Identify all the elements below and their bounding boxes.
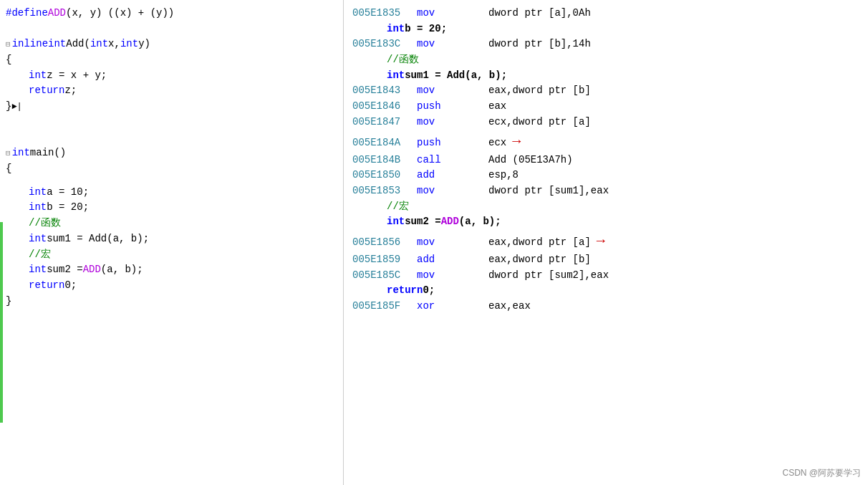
kw-int-rb: int [387,21,405,37]
cursor-arrow: ►| [11,100,21,114]
param-y: y) [138,37,150,52]
addr-184A: 005E184A [352,135,417,151]
kw-return: return [29,83,64,99]
addr-1856: 005E1856 [352,235,417,251]
line-int-z: int z = x + y; [0,68,343,84]
addr-1835: 005E1835 [352,6,417,21]
asm-row-1850: 005E1850 add esp,8 [344,168,868,183]
asm-row-1853: 005E1853 mov dword ptr [sum1],eax [344,183,868,199]
kw-return-right: return [387,283,423,299]
brace-close-main-text: } [6,294,11,309]
brace-close-text: } [6,99,11,115]
line-sum1: int sum1 = Add(a, b); [0,231,343,247]
op-1850: esp,8 [488,168,519,183]
code-sum1-text: sum1 = Add(a, b); [405,68,507,84]
line-int-a: int a = 10; [0,185,343,201]
code-sum2-eq: sum2 = [405,214,440,230]
addr-1859: 005E1859 [352,252,417,268]
addr-1847: 005E1847 [352,115,417,130]
mn-call-184B: call [417,153,488,168]
op-185C: dword ptr [sum2],eax [488,268,609,284]
kw-int-y: int [120,37,138,52]
asm-row-184A: 005E184A push ecx → [344,130,868,153]
sum1-eq: sum1 = Add(a, b); [47,231,149,247]
var-a-val: a = 10; [47,185,89,201]
line-int-b: int b = 20; [0,200,343,216]
kw-return-main: return [29,278,64,294]
code-return-0-text: 0; [423,283,435,299]
return-0-val: 0; [64,278,77,294]
main-func: main() [30,145,66,161]
kw-int-b: int [29,200,47,216]
kw-int-rsum2: int [387,214,405,230]
mn-mov-1847: mov [417,115,488,130]
left-panel: #define ADD(x, y) ((x) + (y)) ⊟ inline i… [0,0,344,485]
blank-line-3 [0,130,343,146]
asm-row-1846: 005E1846 push eax [344,99,868,115]
op-1847: ecx,dword ptr [a] [488,115,591,130]
right-panel: 005E1835 mov dword ptr [a],0Ah int b = 2… [344,0,868,485]
func-add-name: Add( [66,37,90,52]
op-184A: ecx [488,135,506,151]
brace-open-main: { [0,161,343,177]
macro-ADD-call: ADD [83,262,101,278]
kw-int-x: int [90,37,108,52]
brace-close-add: } ►| [0,99,343,115]
green-bar [0,222,3,423]
asm-row-1835: 005E1835 mov dword ptr [a],0Ah [344,6,868,21]
asm-row-185F: 005E185F xor eax,eax [344,299,868,314]
addr-185C: 005E185C [352,268,417,284]
op-183C: dword ptr [b],14h [488,37,591,52]
line-sum2: int sum2 = ADD (a, b); [0,262,343,278]
right-comment-macro: //宏 [344,199,868,215]
op-1859: eax,dword ptr [b] [488,252,591,268]
line-return-z: return z; [0,83,343,99]
code-b-20: int b = 20; [344,21,868,37]
addr-184B: 005E184B [352,153,417,168]
op-1835: dword ptr [a],0Ah [488,6,591,21]
brace-open-text: { [6,52,11,68]
kw-int-main: int [12,145,30,161]
param-x: x, [108,37,120,52]
sum2-args: (a, b); [101,262,143,278]
code-return-0: return 0; [344,283,868,299]
code-sum2: int sum2 = ADD (a, b); [344,214,868,230]
comment-macro-text: //宏 [29,247,51,263]
addr-1850: 005E1850 [352,168,417,183]
brace-open-add: { [0,52,343,68]
collapse-icon-main[interactable]: ⊟ [6,148,11,160]
mn-mov-1835: mov [417,6,488,21]
mn-mov-1856: mov [417,235,488,251]
op-184B: Add (05E13A7h) [488,153,573,168]
right-comment-macro-text: //宏 [387,199,409,215]
op-1843: eax,dword ptr [b] [488,83,591,99]
watermark: CSDN @阿苏要学习 [782,467,861,479]
blank-line [0,21,343,37]
func-add-header: ⊟ inline int Add( int x, int y) [0,37,343,52]
op-1856: eax,dword ptr [a] [488,235,591,251]
comment-macro: //宏 [0,247,343,263]
mn-mov-1843: mov [417,83,488,99]
asm-row-1843: 005E1843 mov eax,dword ptr [b] [344,83,868,99]
code-line: #define ADD(x, y) ((x) + (y)) [0,6,343,21]
mn-push-184A: push [417,135,488,151]
op-1846: eax [488,99,506,115]
brace-close-main: } [0,294,343,309]
code-b-text: b = 20; [405,21,447,37]
comment-func-text: //函数 [29,216,61,231]
mn-mov-183C: mov [417,37,488,52]
comment-func: //函数 [0,216,343,231]
var-b-val: b = 20; [47,200,89,216]
op-1853: dword ptr [sum1],eax [488,183,609,199]
asm-row-1859: 005E1859 add eax,dword ptr [b] [344,252,868,268]
kw-int-sum2: int [29,262,47,278]
op-185F: eax,eax [488,299,531,314]
var-z: z = x + y; [47,68,107,84]
return-z-val: z; [64,83,77,99]
addr-183C: 005E183C [352,37,417,52]
kw-int-rsum1: int [387,68,405,84]
asm-row-183C: 005E183C mov dword ptr [b],14h [344,37,868,52]
macro-ADD-right: ADD [441,214,459,230]
line-return-0: return 0; [0,278,343,294]
collapse-icon[interactable]: ⊟ [6,39,11,51]
